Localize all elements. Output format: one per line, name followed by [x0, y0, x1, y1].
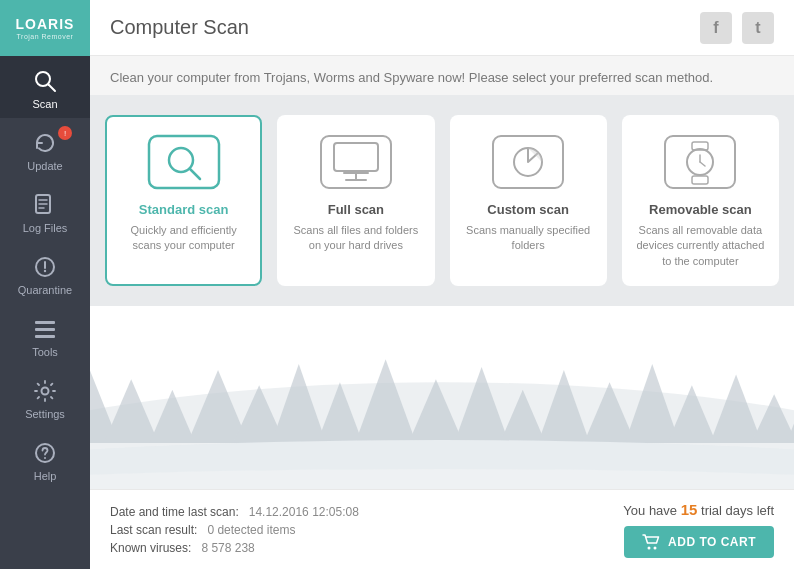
twitter-button[interactable]: t: [742, 12, 774, 44]
quarantine-icon: [32, 254, 58, 280]
trial-days: 15: [681, 501, 698, 518]
settings-icon: [32, 378, 58, 404]
custom-scan-desc: Scans manually specified folders: [464, 223, 593, 254]
sidebar-item-tools[interactable]: Tools: [0, 304, 90, 366]
svg-point-53: [90, 469, 794, 489]
app-logo: LOARIS Trojan Remover: [0, 0, 90, 56]
sidebar-item-quarantine[interactable]: Quarantine: [0, 242, 90, 304]
update-badge: !: [58, 126, 72, 140]
sidebar-tools-label: Tools: [32, 346, 58, 358]
main-content: Computer Scan f t Clean your computer fr…: [90, 0, 794, 569]
help-icon: [32, 440, 58, 466]
sidebar: LOARIS Trojan Remover Scan ! Update: [0, 0, 90, 569]
landscape-decoration: [90, 306, 794, 489]
svg-rect-9: [35, 321, 55, 324]
date-value: 14.12.2016 12:05:08: [249, 505, 359, 519]
social-icons: f t: [700, 12, 774, 44]
sidebar-item-log-files[interactable]: Log Files: [0, 180, 90, 242]
viruses-row: Known viruses: 8 578 238: [110, 541, 359, 555]
full-scan-title: Full scan: [328, 202, 384, 217]
standard-scan-icon: [144, 132, 224, 192]
sidebar-update-label: Update: [27, 160, 62, 172]
sidebar-item-scan[interactable]: Scan: [0, 56, 90, 118]
viruses-value: 8 578 238: [201, 541, 254, 555]
scan-card-full[interactable]: Full scan Scans all files and folders on…: [277, 115, 434, 286]
removable-scan-icon: [660, 132, 740, 192]
custom-scan-icon: [488, 132, 568, 192]
cart-icon: [642, 534, 660, 550]
sidebar-item-settings[interactable]: Settings: [0, 366, 90, 428]
trial-pre: You have: [623, 503, 677, 518]
page-title: Computer Scan: [110, 16, 700, 39]
svg-point-8: [44, 270, 46, 272]
full-scan-icon: [316, 132, 396, 192]
viruses-label: Known viruses:: [110, 541, 191, 555]
log-files-icon: [32, 192, 58, 218]
scan-options-panel: Standard scan Quickly and efficiently sc…: [90, 95, 794, 306]
scan-card-custom[interactable]: Custom scan Scans manually specified fol…: [450, 115, 607, 286]
svg-point-14: [44, 457, 46, 459]
custom-scan-title: Custom scan: [487, 202, 569, 217]
standard-scan-desc: Quickly and efficiently scans your compu…: [119, 223, 248, 254]
footer-right: You have 15 trial days left ADD TO CART: [623, 501, 774, 558]
removable-scan-title: Removable scan: [649, 202, 752, 217]
result-label: Last scan result:: [110, 523, 197, 537]
date-label: Date and time last scan:: [110, 505, 239, 519]
scan-card-removable[interactable]: Removable scan Scans all removable data …: [622, 115, 779, 286]
svg-line-1: [49, 85, 56, 92]
page-header: Computer Scan f t: [90, 0, 794, 56]
add-to-cart-button[interactable]: ADD TO CART: [624, 526, 774, 558]
svg-point-55: [654, 547, 657, 550]
sidebar-logfiles-label: Log Files: [23, 222, 68, 234]
logo-subtitle: Trojan Remover: [17, 33, 74, 40]
scan-card-standard[interactable]: Standard scan Quickly and efficiently sc…: [105, 115, 262, 286]
cart-button-label: ADD TO CART: [668, 535, 756, 549]
result-value: 0 detected items: [207, 523, 295, 537]
svg-rect-28: [692, 176, 708, 184]
svg-rect-10: [35, 328, 55, 331]
svg-line-30: [700, 162, 705, 166]
date-row: Date and time last scan: 14.12.2016 12:0…: [110, 505, 359, 519]
removable-scan-desc: Scans all removable data devices current…: [636, 223, 765, 269]
svg-rect-11: [35, 335, 55, 338]
svg-point-54: [648, 547, 651, 550]
sidebar-item-update[interactable]: ! Update: [0, 118, 90, 180]
scan-icon: [32, 68, 58, 94]
result-row: Last scan result: 0 detected items: [110, 523, 359, 537]
sidebar-settings-label: Settings: [25, 408, 65, 420]
facebook-button[interactable]: f: [700, 12, 732, 44]
sidebar-item-help[interactable]: Help: [0, 428, 90, 490]
sidebar-scan-label: Scan: [32, 98, 57, 110]
sidebar-help-label: Help: [34, 470, 57, 482]
svg-point-12: [42, 388, 49, 395]
page-subtitle: Clean your computer from Trojans, Worms …: [90, 56, 794, 95]
standard-scan-title: Standard scan: [139, 202, 229, 217]
svg-rect-19: [334, 143, 378, 171]
svg-rect-15: [149, 136, 219, 188]
page-footer: Date and time last scan: 14.12.2016 12:0…: [90, 489, 794, 569]
trial-post: trial days left: [701, 503, 774, 518]
footer-info: Date and time last scan: 14.12.2016 12:0…: [110, 505, 359, 555]
svg-line-17: [190, 169, 200, 179]
full-scan-desc: Scans all files and folders on your hard…: [291, 223, 420, 254]
tools-icon: [32, 316, 58, 342]
trial-info: You have 15 trial days left: [623, 501, 774, 518]
sidebar-quarantine-label: Quarantine: [18, 284, 72, 296]
content-area: Clean your computer from Trojans, Worms …: [90, 56, 794, 489]
logo-name: LOARIS: [16, 16, 75, 32]
update-icon: [32, 130, 58, 156]
